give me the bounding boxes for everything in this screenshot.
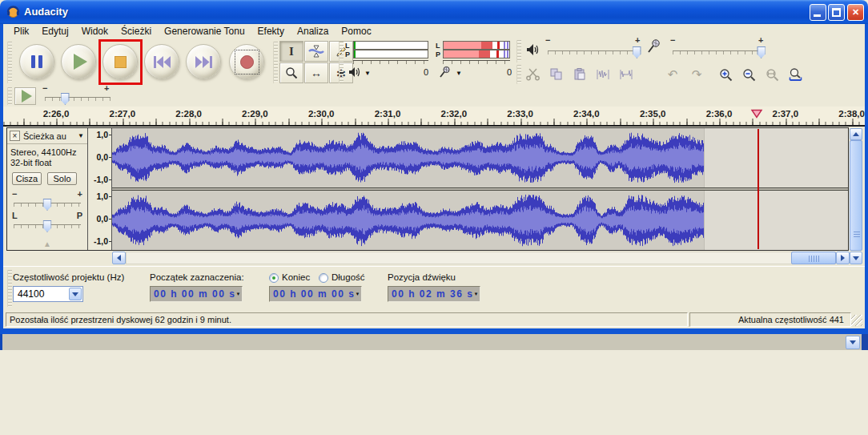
input-meter[interactable]: L P ▼ 0 (435, 41, 513, 86)
selection-start-dropdown[interactable]: ▼ (235, 292, 240, 296)
menu-generowanie-tonu[interactable]: Generowanie Tonu (158, 25, 251, 38)
menu-pomoc[interactable]: Pomoc (335, 25, 377, 38)
background-scroll-down-button[interactable] (846, 336, 860, 349)
play-button[interactable] (61, 44, 96, 79)
resize-grip[interactable] (851, 315, 862, 326)
selection-end-dropdown[interactable]: ▼ (355, 292, 360, 296)
scroll-right-button[interactable] (836, 252, 850, 264)
track-title-row: × Ścieżka au ▼ (7, 128, 87, 144)
selection-tool-button[interactable]: I (279, 41, 303, 62)
length-radio[interactable] (319, 273, 328, 283)
audio-position-label: Pozycja dźwięku (388, 272, 456, 282)
mute-button[interactable]: Cisza (12, 172, 42, 185)
output-meter-dropdown[interactable]: ▼ (364, 70, 371, 77)
skip-to-end-button[interactable] (186, 44, 221, 79)
silence-button[interactable] (615, 65, 637, 84)
scroll-down-button[interactable] (850, 252, 862, 264)
output-meter[interactable]: L P ▼ 0 (344, 41, 433, 86)
window-title: Audacity (24, 0, 68, 24)
edit-toolbar-grabber[interactable] (516, 65, 521, 84)
end-radio-label[interactable]: Koniec (282, 272, 310, 282)
input-meter-right-label: P (436, 50, 440, 58)
undo-button[interactable]: ↶ (661, 65, 684, 84)
pan-slider[interactable] (14, 224, 81, 228)
zoom-tool-button[interactable] (279, 62, 303, 83)
timeshift-icon: ↔ (311, 66, 322, 79)
track-close-button[interactable]: × (10, 131, 20, 141)
track-menu-dropdown[interactable]: ▼ (78, 132, 84, 139)
minimize-icon (814, 14, 821, 17)
window-border-bottom (0, 328, 868, 334)
play-at-speed-icon (22, 90, 32, 103)
envelope-tool-button[interactable] (304, 41, 328, 62)
menu-widok[interactable]: Widok (75, 25, 115, 38)
menu-sciezki[interactable]: Ścieżki (115, 25, 158, 38)
redo-button[interactable]: ↷ (685, 65, 708, 84)
paste-button[interactable] (569, 65, 591, 84)
pause-button[interactable] (19, 44, 54, 79)
menu-efekty[interactable]: Efekty (251, 25, 291, 38)
output-meter-bar-right[interactable] (353, 50, 428, 58)
solo-button[interactable]: Solo (47, 172, 77, 185)
play-at-speed-button[interactable] (14, 87, 36, 105)
skip-to-start-button[interactable] (144, 44, 179, 79)
record-button[interactable] (229, 44, 264, 79)
fit-selection-icon (766, 68, 779, 82)
vertical-ruler[interactable]: 1,0 0,0 -1,0 1,0 0,0 -1,0 (87, 128, 112, 250)
timeline-label: 2:27,0 (109, 109, 135, 119)
transport-toolbar-grabber[interactable] (7, 42, 12, 83)
menu-plik[interactable]: Plik (7, 25, 35, 38)
playback-position-marker[interactable] (751, 109, 763, 119)
timeshift-tool-button[interactable]: ↔ (304, 62, 328, 83)
audio-position-field[interactable]: 00 h 02 m 36 s ▼ (388, 286, 480, 302)
output-volume-slider[interactable] (548, 50, 641, 54)
tools-toolbar-grabber[interactable] (273, 42, 278, 83)
pan-right-label: P (77, 211, 82, 220)
menu-edytuj[interactable]: Edytuj (35, 25, 74, 38)
track-collapse-button[interactable]: ▲ (7, 240, 87, 248)
fit-project-button[interactable] (784, 65, 806, 84)
copy-button[interactable] (545, 65, 568, 84)
maximize-icon (832, 8, 841, 17)
scroll-left-button[interactable] (112, 252, 126, 264)
maximize-button[interactable] (828, 4, 845, 21)
output-meter-bar-left[interactable] (353, 41, 428, 50)
timeline-major-ticks (3, 119, 865, 125)
close-button[interactable]: ✕ (847, 4, 864, 21)
audio-position-dropdown[interactable]: ▼ (473, 292, 478, 296)
vertical-scrollbar-thumb[interactable] (850, 140, 862, 251)
input-volume-slider[interactable] (673, 50, 764, 54)
zoom-in-button[interactable] (714, 65, 737, 84)
pan-thumb[interactable] (43, 220, 52, 232)
transcription-toolbar-grabber[interactable] (7, 87, 12, 105)
input-meter-dropdown[interactable]: ▼ (456, 70, 462, 77)
input-meter-bar-left[interactable] (443, 41, 510, 50)
zoom-out-button[interactable] (737, 65, 760, 84)
stereo-waveform[interactable] (112, 128, 848, 250)
horizontal-scrollbar-thumb[interactable] (791, 252, 836, 264)
cut-button[interactable] (522, 65, 545, 84)
gain-slider[interactable] (14, 203, 81, 207)
timeline-ruler[interactable]: 2:26,02:27,02:28,02:29,02:30,02:31,02:32… (3, 107, 865, 127)
horizontal-scrollbar-track[interactable] (126, 252, 836, 264)
input-meter-left-label: L (436, 42, 440, 50)
project-rate-dropdown-button[interactable] (69, 288, 82, 300)
track-name[interactable]: Ścieżka au (23, 131, 66, 141)
project-rate-combo[interactable]: 44100 (13, 286, 83, 302)
selection-start-field[interactable]: 00 h 00 m 00 s ▼ (150, 286, 243, 302)
menu-analiza[interactable]: Analiza (291, 25, 335, 38)
mixer-toolbar-grabber[interactable] (516, 40, 521, 62)
gain-thumb[interactable] (43, 199, 52, 211)
input-meter-bar-right[interactable] (443, 50, 510, 58)
end-radio[interactable] (269, 273, 279, 283)
playback-speed-slider[interactable] (45, 97, 111, 101)
selection-toolbar-grabber[interactable] (7, 270, 12, 307)
selection-end-field[interactable]: 00 h 00 m 00 s ▼ (269, 286, 362, 302)
minimize-button[interactable] (810, 4, 826, 21)
timeline-label: 2:35,0 (640, 109, 666, 119)
window-titlebar[interactable]: Audacity ✕ (0, 0, 868, 24)
scroll-up-button[interactable] (850, 128, 862, 140)
length-radio-label[interactable]: Długość (332, 272, 365, 282)
trim-button[interactable] (592, 65, 614, 84)
fit-selection-button[interactable] (761, 65, 783, 84)
